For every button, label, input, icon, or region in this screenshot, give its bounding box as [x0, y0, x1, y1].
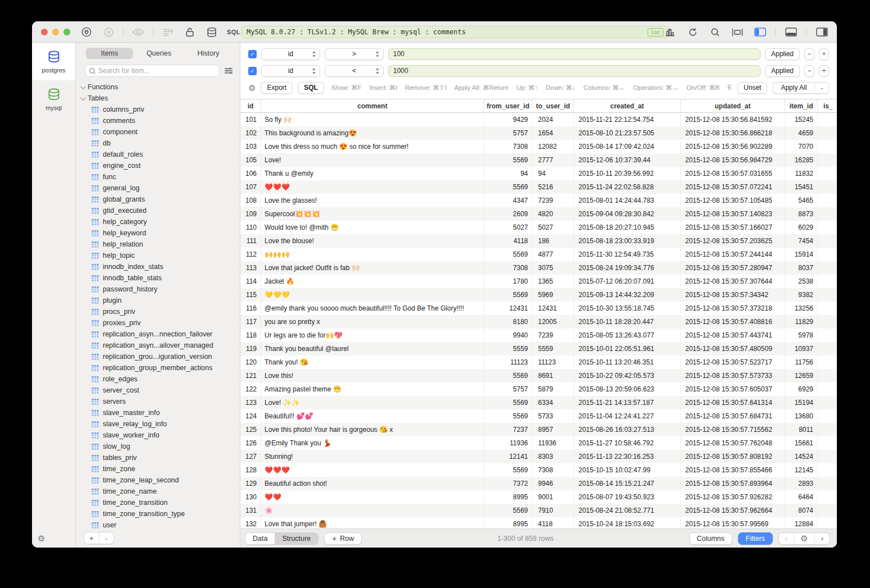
table-row[interactable]: 107 ❤️❤️❤️ 5569 5216 2015-11-24 22:02:58…	[240, 180, 837, 194]
table-list-item[interactable]: replication_group_member_actions	[76, 362, 240, 373]
table-list-item[interactable]: comments	[76, 115, 240, 126]
table-row[interactable]: 120 Thank you! 😘 11123 11123 2015-10-11 …	[240, 355, 837, 369]
apply-all-menu-button[interactable]: ⌄	[814, 83, 828, 93]
filter-column-select[interactable]: id	[261, 65, 320, 77]
filter-applied-button[interactable]: Applied	[765, 65, 800, 77]
table-list-item[interactable]: slow_log	[76, 441, 240, 452]
filter-operator-select[interactable]: >	[325, 48, 384, 60]
table-row[interactable]: 128 ❤️❤️❤️ 5569 7308 2015-10-15 10:02:47…	[240, 463, 837, 477]
table-list-item[interactable]: user	[76, 519, 240, 528]
table-list-item[interactable]: help_topic	[76, 250, 240, 261]
settings-gear-button[interactable]: ⚙	[32, 528, 75, 548]
table-list-item[interactable]: db	[76, 138, 240, 149]
table-list-item[interactable]: servers	[76, 396, 240, 407]
connection-mysql[interactable]: mysql	[32, 80, 75, 118]
tree-group-tables[interactable]: Tables	[76, 93, 240, 104]
chart-icon[interactable]	[663, 25, 677, 39]
column-header-item-id[interactable]: item_id	[785, 99, 818, 112]
toggle-right-panel-icon[interactable]	[814, 25, 829, 39]
table-row[interactable]: 109 Supercool💥💥💥 2609 4820 2015-09-04 09…	[240, 207, 837, 221]
table-list-item[interactable]: innodb_index_stats	[76, 261, 240, 272]
preview-eye-icon[interactable]	[131, 25, 145, 39]
remove-filter-button[interactable]: −	[804, 48, 814, 60]
table-row[interactable]: 106 Thank u @emily 94 94 2015-10-11 20:3…	[240, 167, 837, 180]
table-row[interactable]: 118 Ur legs are to die for🙌💖 9940 7239 2…	[240, 329, 837, 342]
table-row[interactable]: 101 So fly 🙌🏻 9429 2024 2015-11-21 22:12…	[240, 113, 837, 126]
table-row[interactable]: 114 Jacket 🔥 1780 1365 2015-07-12 06:20:…	[240, 275, 837, 288]
table-row[interactable]: 105 Love! 5569 2777 2015-12-06 10:37:39.…	[240, 153, 837, 167]
table-list-item[interactable]: default_roles	[76, 149, 240, 160]
table-row[interactable]: 119 Thank you beautiful @laurel 5559 555…	[240, 342, 837, 355]
table-list-item[interactable]: engine_cost	[76, 160, 240, 171]
table-list-item[interactable]: role_edges	[76, 373, 240, 385]
tab-history[interactable]: History	[185, 48, 232, 59]
table-list-item[interactable]: help_relation	[76, 239, 240, 250]
tree-group-functions[interactable]: Functions	[76, 81, 240, 93]
table-list-item[interactable]: global_grants	[76, 194, 240, 205]
table-list-item[interactable]: tables_priv	[76, 452, 240, 463]
search-input[interactable]	[98, 67, 216, 75]
stop-icon[interactable]	[101, 25, 116, 39]
minimize-window-button[interactable]	[52, 29, 59, 35]
connection-postgres[interactable]: postgres	[32, 43, 75, 80]
table-list-item[interactable]: password_history	[76, 284, 240, 295]
table-list-item[interactable]: server_cost	[76, 385, 240, 396]
lock-icon[interactable]	[183, 25, 197, 39]
table-row[interactable]: 103 Love this dress so much 😍 so nice fo…	[240, 140, 837, 153]
export-button[interactable]: Export	[261, 82, 293, 94]
filter-gear-icon[interactable]: ⚙	[248, 84, 256, 92]
table-row[interactable]: 117 you are so pretty x 8180 12005 2015-…	[240, 315, 837, 329]
table-row[interactable]: 124 Beautiful!! 💕💕 5569 5733 2015-11-04 …	[240, 409, 837, 423]
unset-button[interactable]: Unset	[737, 82, 767, 94]
table-list-item[interactable]: general_log	[76, 183, 240, 194]
connection-status-icon[interactable]	[79, 25, 94, 39]
table-row[interactable]: 125 Love this photo! Your hair is gorgeo…	[240, 423, 837, 436]
add-filter-button[interactable]: +	[819, 48, 829, 60]
column-header-from-user-id[interactable]: from_user_id	[484, 99, 532, 112]
zoom-window-button[interactable]	[63, 29, 70, 35]
column-header-is[interactable]: is_	[818, 99, 837, 112]
table-row[interactable]: 130 ❤️❤️ 8995 9001 2015-08-07 19:43:50.9…	[240, 490, 837, 504]
table-list-item[interactable]: help_keyword	[76, 227, 240, 239]
table-row[interactable]: 116 @emily thank you soooo much beautifu…	[240, 302, 837, 315]
next-page-button[interactable]: ›	[814, 533, 830, 544]
table-list-item[interactable]: replication_asyn...nnection_failover	[76, 329, 240, 340]
add-item-menu-button[interactable]: ⌄	[99, 532, 114, 544]
fit-columns-icon[interactable]	[730, 25, 745, 39]
table-row[interactable]: 110 Would love to! @mith 😬 5027 5027 201…	[240, 221, 837, 234]
filter-column-select[interactable]: id	[261, 48, 320, 60]
item-search-field[interactable]	[85, 65, 220, 77]
table-list-item[interactable]: time_zone_leap_second	[76, 475, 240, 486]
apply-all-button[interactable]: Apply All	[773, 84, 814, 92]
filter-operator-select[interactable]: <	[325, 65, 384, 77]
table-list-item[interactable]: component	[76, 126, 240, 138]
filter-value-input[interactable]	[388, 65, 760, 77]
filter-sliders-icon[interactable]	[224, 67, 233, 75]
table-row[interactable]: 111 Love the blouse! 4118 186 2015-08-18…	[240, 234, 837, 248]
table-row[interactable]: 115 💛💛💛 5569 5969 2015-09-13 14:44:32.20…	[240, 288, 837, 302]
table-list-item[interactable]: func	[76, 171, 240, 183]
table-row[interactable]: 121 Love this! 5569 8691 2015-10-22 09:4…	[240, 369, 837, 382]
add-filter-button[interactable]: +	[819, 65, 829, 77]
table-list-item[interactable]: help_category	[76, 216, 240, 227]
data-tab[interactable]: Data	[245, 533, 275, 544]
toggle-left-panel-icon[interactable]	[753, 25, 767, 39]
close-window-button[interactable]	[41, 29, 48, 35]
table-list-item[interactable]: slave_worker_info	[76, 430, 240, 441]
table-row[interactable]: 122 Amazing pastel theme 😬 5757 5879 201…	[240, 382, 837, 396]
table-list-item[interactable]: columns_priv	[76, 104, 240, 115]
filters-button[interactable]: Filters	[738, 532, 773, 545]
table-list-item[interactable]: innodb_table_stats	[76, 272, 240, 284]
table-row[interactable]: 129 Beautiful action shot! 7372 9946 201…	[240, 477, 837, 490]
table-row[interactable]: 123 Love! ✨✨ 5569 6334 2015-11-21 14:13:…	[240, 396, 837, 409]
search-icon[interactable]	[708, 25, 722, 39]
table-list-item[interactable]: replication_grou...iguration_version	[76, 351, 240, 362]
table-list-item[interactable]: replication_asyn...ailover_managed	[76, 340, 240, 351]
column-header-to-user-id[interactable]: to_user_id	[532, 99, 574, 112]
prev-page-button[interactable]: ‹	[779, 533, 794, 544]
tab-queries[interactable]: Queries	[135, 48, 183, 59]
add-row-button[interactable]: + Row	[324, 532, 362, 545]
table-list-item[interactable]: proxies_priv	[76, 317, 240, 329]
column-header-comment[interactable]: comment	[261, 99, 484, 112]
table-row[interactable]: 127 Stunning! 12141 8303 2015-11-13 22:3…	[240, 450, 837, 463]
